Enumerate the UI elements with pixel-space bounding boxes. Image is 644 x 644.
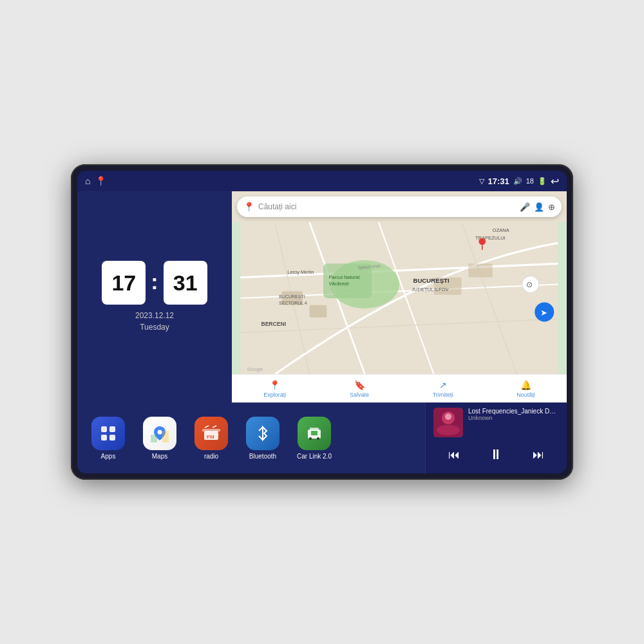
map-search-bar[interactable]: 📍 Căutați aici 🎤 👤 ⊕ [237, 196, 562, 217]
carlink-icon [298, 417, 331, 450]
map-nav-send[interactable]: ↗ Trimiteți [433, 380, 453, 398]
radio-icon: FM [194, 417, 228, 450]
music-title: Lost Frequencies_Janieck Devy-... [468, 408, 559, 415]
map-nav-saved[interactable]: 🔖 Salvate [350, 380, 369, 398]
app-item-radio[interactable]: FM radio [188, 417, 234, 460]
app-item-carlink[interactable]: Car Link 2.0 [291, 417, 337, 460]
svg-text:Văcărești: Văcărești [329, 281, 350, 287]
device: ⌂ 📍 ▽ 17:31 🔊 18 🔋 ↩ 17 : 31 [71, 164, 573, 480]
svg-rect-34 [101, 435, 107, 440]
maps-icon [143, 417, 176, 450]
status-bar: ⌂ 📍 ▽ 17:31 🔊 18 🔋 ↩ [77, 171, 567, 191]
svg-point-52 [445, 413, 451, 420]
maps-label: Maps [152, 453, 167, 460]
clock-colon: : [151, 269, 158, 294]
maps-shortcut-icon[interactable]: 📍 [95, 176, 106, 186]
app-item-maps[interactable]: Maps [137, 417, 183, 460]
saved-icon: 🔖 [354, 380, 365, 390]
map-nav-explore[interactable]: 📍 Explorați [263, 380, 286, 398]
svg-rect-46 [311, 431, 317, 435]
clock-minutes: 31 [164, 261, 207, 305]
svg-rect-38 [162, 431, 169, 442]
signal-icon: ▽ [479, 177, 484, 185]
svg-text:SECTORUL 4: SECTORUL 4 [279, 301, 307, 305]
svg-text:➤: ➤ [540, 308, 547, 317]
map-search-input[interactable]: Căutați aici [258, 202, 516, 211]
apps-row: Apps Maps [77, 402, 425, 473]
map-pin-icon: 📍 [243, 202, 254, 212]
carlink-label: Car Link 2.0 [297, 453, 332, 460]
map-bottom-nav: 📍 Explorați 🔖 Salvate ↗ Trimiteți 🔔 [232, 374, 567, 402]
bluetooth-label: Bluetooth [249, 453, 276, 460]
apps-label: Apps [101, 453, 116, 460]
map-widget: 📍 Căutați aici 🎤 👤 ⊕ [232, 191, 567, 402]
app-item-apps[interactable]: Apps [85, 417, 131, 460]
svg-point-48 [317, 437, 319, 440]
music-top: Lost Frequencies_Janieck Devy-... Unknow… [433, 408, 559, 437]
svg-point-36 [158, 430, 162, 434]
app-item-bluetooth[interactable]: Bluetooth [240, 417, 286, 460]
svg-rect-41 [202, 429, 220, 431]
layers-icon[interactable]: ⊕ [548, 202, 555, 212]
status-left-icons: ⌂ 📍 [85, 176, 106, 186]
prev-button[interactable]: ⏮ [443, 446, 465, 464]
music-artist: Unknown [468, 415, 559, 421]
svg-point-47 [309, 437, 312, 440]
svg-text:Google: Google [247, 366, 263, 372]
play-pause-button[interactable]: ⏸ [484, 444, 508, 466]
radio-label: radio [204, 453, 218, 460]
top-section: 17 : 31 2023.12.12 Tuesday 📍 Căutați aic… [77, 191, 567, 402]
explore-icon: 📍 [269, 380, 280, 390]
clock-display: 17 : 31 [102, 261, 207, 305]
bluetooth-icon [246, 417, 279, 450]
saved-label: Salvate [350, 392, 369, 398]
svg-rect-11 [310, 305, 327, 317]
music-player: Lost Frequencies_Janieck Devy-... Unknow… [425, 402, 567, 473]
map-nav-news[interactable]: 🔔 Noutăți [516, 380, 535, 398]
explore-label: Explorați [263, 392, 286, 398]
svg-text:JUDEȚUL ILFOV: JUDEȚUL ILFOV [412, 287, 448, 292]
svg-rect-35 [109, 435, 115, 440]
svg-text:BUCUREȘTI: BUCUREȘTI [413, 277, 450, 284]
bottom-section: Apps Maps [77, 402, 567, 473]
music-info: Lost Frequencies_Janieck Devy-... Unknow… [468, 408, 559, 421]
svg-text:BERCENI: BERCENI [261, 321, 286, 327]
svg-line-42 [205, 426, 209, 428]
music-controls: ⏮ ⏸ ⏭ [433, 441, 559, 468]
apps-icon [91, 417, 125, 450]
svg-text:Parcul Natural: Parcul Natural [329, 274, 360, 280]
map-search-actions: 🎤 👤 ⊕ [520, 202, 555, 212]
svg-point-51 [437, 425, 460, 435]
battery-icon: 🔋 [538, 177, 547, 185]
svg-rect-32 [101, 426, 107, 432]
svg-text:OZANA: OZANA [493, 227, 509, 233]
send-icon: ↗ [439, 380, 447, 390]
home-icon[interactable]: ⌂ [85, 176, 90, 186]
volume-icon[interactable]: 🔊 [513, 177, 522, 185]
account-icon[interactable]: 👤 [534, 202, 544, 212]
svg-text:Leroy Merlin: Leroy Merlin [287, 269, 314, 275]
svg-line-43 [213, 426, 216, 428]
status-time: 17:31 [488, 176, 509, 186]
screen: ⌂ 📍 ▽ 17:31 🔊 18 🔋 ↩ 17 : 31 [77, 171, 567, 473]
svg-rect-33 [109, 426, 115, 432]
news-icon: 🔔 [520, 380, 531, 390]
mic-icon[interactable]: 🎤 [520, 202, 530, 212]
svg-rect-13 [468, 263, 493, 277]
clock-widget: 17 : 31 2023.12.12 Tuesday [77, 191, 232, 402]
map-svg: BUCUREȘTI JUDEȚUL ILFOV Parcul Natural V… [232, 222, 567, 374]
music-thumbnail [433, 408, 463, 437]
main-content: 17 : 31 2023.12.12 Tuesday 📍 Căutați aic… [77, 191, 567, 473]
news-label: Noutăți [516, 392, 535, 398]
svg-point-25 [478, 238, 486, 245]
clock-date: 2023.12.12 Tuesday [135, 310, 174, 333]
map-content: BUCUREȘTI JUDEȚUL ILFOV Parcul Natural V… [232, 222, 567, 374]
svg-text:⊙: ⊙ [526, 280, 533, 289]
svg-text:BUCUREȘTI: BUCUREȘTI [279, 294, 305, 299]
send-label: Trimiteți [433, 392, 453, 398]
back-icon[interactable]: ↩ [551, 175, 559, 187]
status-right-icons: ▽ 17:31 🔊 18 🔋 ↩ [479, 175, 560, 187]
next-button[interactable]: ⏭ [527, 446, 549, 464]
svg-text:FM: FM [207, 434, 214, 440]
clock-hours: 17 [102, 261, 146, 305]
